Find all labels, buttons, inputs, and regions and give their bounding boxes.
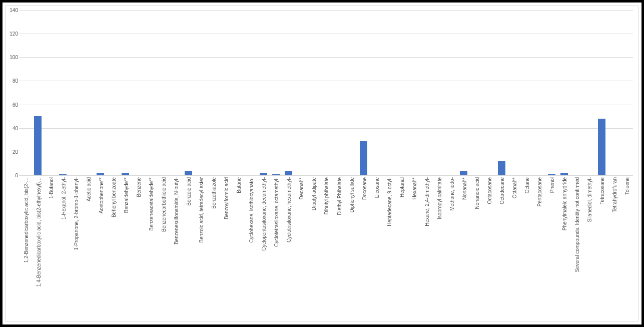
x-tick-label: Benzoic acid, tetradecyl ester	[198, 175, 204, 243]
bar	[460, 171, 467, 175]
bar-slot: Hexane, 2,4-dimethyl-	[420, 10, 432, 175]
bar-slot: Benzenecarbothioic acid	[157, 10, 169, 175]
y-tick-label: 0	[7, 173, 18, 178]
x-tick-label: Heptadecane, 9-octyl-	[385, 175, 392, 226]
bar	[498, 161, 505, 175]
bar-slot: Cyclotetrasiloxane, octamethyl-	[270, 10, 282, 175]
bar-slot: Octadecane	[495, 10, 508, 175]
x-tick-label: Dibutyl adipate	[310, 175, 317, 210]
bar	[598, 119, 605, 175]
y-tick-label: 60	[7, 102, 18, 107]
bar-slot: Isopropyl palmitate	[432, 10, 445, 175]
bar-slot: Benzoic acid	[182, 10, 195, 175]
x-tick-label: Heptanal	[398, 175, 404, 197]
x-tick-label: Cyclopentasiloxane, decamethyl-	[260, 175, 267, 251]
bar-slot: Octacosane	[483, 10, 495, 175]
bar-slot: 1-Propanone, 2-bromo-1-phenyl-	[69, 10, 82, 175]
x-tick-label: Nonanoic acid	[473, 175, 479, 209]
bars-container: 1,2-Benzenedicarboxylic acid, bis(2-…1,4…	[19, 10, 633, 175]
bar-slot: Octanal**	[508, 10, 520, 175]
y-tick-label: 140	[7, 8, 18, 13]
bar-slot: Octane	[520, 10, 533, 175]
bar-slot: Phenol	[545, 10, 558, 175]
x-tick-label: Benzene	[135, 175, 141, 197]
x-tick-label: Isopropyl palmitate	[435, 175, 442, 219]
x-tick-label: Octadecane	[498, 175, 505, 204]
x-tick-label: Hexane, 2,4-dimethyl-	[423, 175, 429, 226]
bar-slot: Butane	[232, 10, 245, 175]
y-tick-label: 20	[7, 149, 18, 154]
y-tick-label: 40	[7, 125, 18, 131]
x-tick-label: Benzoylformic acid	[223, 175, 229, 219]
x-tick-label: Benzothiazole	[210, 175, 217, 209]
x-tick-label: Benzenesulfonamide, N-butyl-	[173, 175, 179, 244]
x-tick-label: 1-Hexanol, 2-ethyl-	[60, 175, 66, 219]
bar-slot: Nonanoic acid	[470, 10, 482, 175]
x-tick-label: Benzenecarbothioic acid	[160, 175, 166, 232]
chart-area: 0204060801001201401,2-Benzenedicarboxyli…	[6, 6, 638, 321]
bar	[34, 116, 42, 175]
x-tick-label: Methane, iodo-	[448, 175, 454, 211]
bar-slot: Hexanal**	[407, 10, 420, 175]
x-tick-label: Silanediol, dimethyl-	[586, 175, 592, 222]
y-tick-label: 80	[7, 78, 18, 84]
bar-slot: Behenyl benzoate	[107, 10, 119, 175]
bar-slot: Benzaldehyde**	[119, 10, 132, 175]
x-tick-label: Cyclotetrasiloxane, octamethyl-	[273, 175, 279, 247]
x-tick-label: 1-Propanone, 2-bromo-1-phenyl-	[72, 175, 79, 250]
bar-slot: Methane, iodo-	[445, 10, 457, 175]
x-tick-label: Diethyl Phthalate	[335, 175, 342, 215]
bar-slot: Decanal**	[295, 10, 307, 175]
bar-slot: Pentacosane	[533, 10, 545, 175]
x-tick-label: Tetracosane	[598, 175, 605, 204]
x-tick-label: Benzaldehyde**	[122, 175, 129, 213]
bar	[285, 171, 292, 175]
bar-slot: Benzoylformic acid	[220, 10, 232, 175]
x-tick-label: Octacosane	[486, 175, 492, 204]
bar-slot: 1,4-Benzenedicarboxylic acid, bis(2-ethy…	[32, 10, 44, 175]
x-tick-label: 1-Butanol	[47, 175, 54, 199]
x-tick-label: Decanal**	[298, 175, 304, 199]
bar-slot: Phenylmaleic anhydride	[558, 10, 570, 175]
chart-frame: 0204060801001201401,2-Benzenedicarboxyli…	[0, 0, 644, 327]
x-tick-label: Dibutyl phthalate	[323, 175, 329, 215]
bar-slot: Tetracosane	[595, 10, 608, 175]
bar-slot: Acetophenone**	[94, 10, 107, 175]
x-tick-label: Eicosane	[373, 175, 379, 198]
x-tick-label: Octane	[523, 175, 530, 193]
bar-slot: 1-Hexanol, 2-ethyl-	[57, 10, 69, 175]
bar-slot: Heptanal	[395, 10, 407, 175]
bar-slot: 1-Butanol	[44, 10, 57, 175]
bar-slot: Benzenesulfonamide, N-butyl-	[169, 10, 182, 175]
bar-slot: Benzothiazole	[207, 10, 220, 175]
x-tick-label: Behenyl benzoate	[110, 175, 116, 217]
bar-slot: Dibutyl phthalate	[320, 10, 332, 175]
x-tick-label: Hexanal**	[410, 175, 417, 199]
x-tick-label: Cyclotrisiloxane, hexamethyl-	[285, 175, 292, 242]
bar-slot: Cyclohexane, isothiocyanato-	[245, 10, 257, 175]
x-tick-label: 1,2-Benzenedicarboxylic acid, bis(2-…	[22, 175, 29, 263]
bar-slot: Benzoic acid, tetradecyl ester	[195, 10, 207, 175]
bar-slot: Tetrahydrofuran	[608, 10, 620, 175]
x-tick-label: Cyclohexane, isothiocyanato-	[248, 175, 254, 243]
bar-slot: Eicosane	[370, 10, 382, 175]
bar-slot: 1,2-Benzenedicarboxylic acid, bis(2-…	[19, 10, 32, 175]
x-tick-label: Acetophenone**	[97, 175, 104, 213]
bar-slot: Acetic acid	[82, 10, 94, 175]
bar-slot: Silanediol, dimethyl-	[583, 10, 595, 175]
x-tick-label: Phenol	[548, 175, 555, 193]
bar-slot: Dibutyl adipate	[307, 10, 320, 175]
bar-slot: Cyclopentasiloxane, decamethyl-	[257, 10, 270, 175]
x-tick-label: Diphenyl sulfide	[348, 175, 354, 213]
x-tick-label: Octanal**	[511, 175, 517, 198]
y-tick-label: 100	[7, 55, 18, 60]
x-tick-label: Phenylmaleic anhydride	[561, 175, 567, 230]
plot-area: 0204060801001201401,2-Benzenedicarboxyli…	[19, 10, 633, 175]
bar-slot: Nonanal**	[457, 10, 470, 175]
x-tick-label: Acetic acid	[85, 175, 91, 201]
x-tick-label: Benzeneacetaldehyde**	[147, 175, 154, 231]
x-tick-label: Docosane	[360, 175, 367, 200]
bar-slot: Diethyl Phthalate	[332, 10, 345, 175]
x-tick-label: Several compounds. Identity not confirme…	[573, 175, 580, 272]
bar-slot: Toluene	[620, 10, 633, 175]
